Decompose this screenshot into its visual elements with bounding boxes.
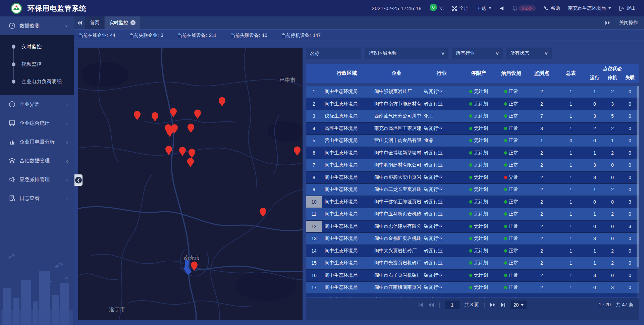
help-button[interactable]: 帮助 <box>544 5 560 11</box>
mute-button[interactable] <box>499 6 504 11</box>
cell-industry: 砖瓦行业 <box>421 89 462 95</box>
cell-monitor-points: 2 <box>527 150 556 156</box>
sidebar-group-basic-data[interactable]: 基础数据管理 ‹ <box>0 151 74 170</box>
cell-industry: 砖瓦行业 <box>421 260 462 266</box>
chevron-left-icon: ‹ <box>66 101 68 108</box>
map-pin[interactable] <box>294 147 301 156</box>
status-dot <box>469 163 472 167</box>
map-pin[interactable] <box>260 208 266 217</box>
first-page-button[interactable] <box>418 303 423 307</box>
map[interactable]: 巴中市南充市遂宁市 <box>78 48 303 320</box>
name-search-input[interactable] <box>306 48 361 59</box>
map-pin[interactable] <box>152 112 158 122</box>
map-pin[interactable] <box>189 149 195 158</box>
sidebar-group-log-view[interactable]: 日志查看 ‹ <box>0 189 74 208</box>
cell-production-limit: 无计划 <box>462 284 495 290</box>
table-scrollbar[interactable] <box>637 86 639 297</box>
table-row[interactable]: 1 阆中生态环境局 阆中强锐页岩砖厂 砖瓦行业 无计划 正常 2 1 1 2 0 <box>306 86 639 98</box>
status-dot <box>469 261 472 265</box>
page-number-input[interactable] <box>445 301 460 309</box>
theme-dropdown[interactable]: 主题 <box>477 5 491 11</box>
cell-company: 阆中市枣碧大梁山页岩 <box>372 174 421 180</box>
status-dot <box>469 90 472 93</box>
cell-region: 阆中生态环境局 <box>322 260 372 266</box>
sidebar-item-power-load-detail[interactable]: 企业电力负荷明细 <box>0 73 74 90</box>
map-pin[interactable] <box>194 110 201 119</box>
cell-monitor-points: 2 <box>527 162 556 168</box>
sidebar-group-power-analysis[interactable]: 企业用电量分析 ‹ <box>0 132 74 151</box>
skip-last-icon <box>500 303 506 307</box>
last-page-button[interactable] <box>500 303 506 307</box>
tab-bar: 首页 实时监控 × 关闭操作 <box>74 16 644 30</box>
map-panel-collapse-handle[interactable]: ❮ <box>74 174 83 186</box>
map-pin[interactable] <box>187 158 194 167</box>
sidebar-group-data-monitoring[interactable]: 数据监测 ∨ <box>0 16 74 35</box>
industry-select[interactable]: 所有行业 ∨ <box>452 48 503 59</box>
logout-button[interactable]: 退出 <box>619 5 636 11</box>
table-row[interactable]: 8 阆中生态环境局 阆中市枣碧大梁山页岩 砖瓦行业 无计划 异常 2 1 3 0… <box>306 172 639 184</box>
map-pin[interactable] <box>134 111 141 120</box>
table-row[interactable]: 3 仪陇生态环境局 西南油气田分公司川中 化工 无计划 正常 7 1 3 5 0 <box>306 110 639 123</box>
table-row[interactable]: 13 阆中生态环境局 阆中市金福旺页岩机砖 砖瓦行业 无计划 正常 2 1 3 … <box>306 233 639 245</box>
cell-production-limit: 无计划 <box>462 260 495 266</box>
tab-home[interactable]: 首页 <box>85 16 104 29</box>
page-size-select[interactable]: 20 <box>511 301 527 309</box>
cell-running: 3 <box>586 236 604 241</box>
status-dot <box>469 237 472 240</box>
table-row[interactable]: 18 南部生态环境局 南部县砿华水泥有限公 建材行业 无计划 正常 6 0 0 … <box>306 294 639 298</box>
table-row[interactable]: 4 高坪生态环境局 南充市高坪区王家店建 砖瓦行业 无计划 正常 3 1 2 2… <box>306 123 639 135</box>
fullscreen-button[interactable]: 全屏 <box>452 5 469 11</box>
status-dot <box>504 90 507 93</box>
sidebar-item-realtime-monitoring[interactable]: 实时监控 <box>0 38 74 55</box>
tabs-scroll-left-button[interactable] <box>74 16 85 29</box>
map-pin[interactable] <box>191 262 198 271</box>
table-row[interactable]: 10 阆中生态环境局 阆中千佛镇五郎垭页岩 砖瓦行业 无计划 正常 2 1 0 … <box>306 196 639 209</box>
table-row[interactable]: 16 阆中生态环境局 阆中市石子页岩机砖厂 砖瓦行业 无计划 正常 2 1 3 … <box>306 270 639 282</box>
prev-page-button[interactable] <box>428 303 434 307</box>
cell-total-meter: 1 <box>556 162 586 168</box>
tab-close-icon[interactable]: × <box>130 20 136 25</box>
cell-production-limit: 无计划 <box>462 174 495 180</box>
map-pin[interactable] <box>165 146 172 155</box>
sidebar-item-video-monitoring[interactable]: 视频监控 <box>0 55 74 73</box>
cell-running: 1 <box>586 260 604 266</box>
table-row[interactable]: 6 阆中生态环境局 阆中市金博瑞新型墙材 砖瓦行业 无计划 正常 2 1 1 2… <box>306 147 639 160</box>
status-dot <box>504 212 507 216</box>
map-city-label: 巴中市 <box>279 77 296 83</box>
table-row[interactable]: 17 阆中生态环境局 阆中市江南镇阆南页岩 砖瓦行业 无计划 正常 2 1 0 … <box>306 282 639 294</box>
double-chevron-right-icon[interactable] <box>605 20 610 25</box>
cell-running: 1 <box>586 150 604 156</box>
cell-total-meter: 1 <box>556 236 586 241</box>
sidebar-group-enterprise-statistics[interactable]: 企业综合统计 ‹ <box>0 114 74 132</box>
cell-company: 阆中市石子页岩机砖厂 <box>372 272 421 278</box>
tab-realtime-monitoring[interactable]: 实时监控 × <box>105 16 140 29</box>
sidebar-group-emergency-reduction[interactable]: 应急减排管理 ‹ <box>0 170 74 189</box>
speaker-icon <box>499 6 504 11</box>
table-row[interactable]: 5 营山生态环境局 营山县润丰肉食品有限 食品 无计划 正常 1 0 0 1 0 <box>306 135 639 147</box>
region-select[interactable]: 行政区域名称 ∨ <box>365 48 448 59</box>
table-row[interactable]: 12 阆中生态环境局 阆中市忠信建材有限公 砖瓦行业 无计划 正常 2 1 0 … <box>306 221 639 233</box>
table-row[interactable]: 15 阆中生态环境局 阆中市光富页岩机砖厂 砖瓦行业 无计划 正常 2 1 1 … <box>306 257 639 270</box>
status-dot <box>469 286 472 289</box>
close-operations-button[interactable]: 关闭操作 <box>619 20 638 26</box>
notifications[interactable]: 2632 <box>512 5 536 11</box>
stat-label: 当前在线企业: <box>78 33 108 39</box>
table-row[interactable]: 9 阆中生态环境局 阆中市二龙长宝页岩砖 砖瓦行业 无计划 正常 2 1 1 2… <box>306 184 639 196</box>
cell-lost: 0 <box>621 211 639 217</box>
map-pin[interactable] <box>179 147 186 156</box>
map-pin[interactable] <box>219 97 225 107</box>
sidebar-group-enterprise-abnormal[interactable]: 企业异常 ‹ <box>0 95 74 114</box>
status-dot <box>504 127 507 130</box>
status-dot <box>504 237 507 240</box>
table-row[interactable]: 11 阆中生态环境局 阆中市五马桥页岩机砖 砖瓦行业 无计划 正常 2 1 1 … <box>306 208 639 221</box>
table-row[interactable]: 7 阆中生态环境局 阆中明阳建材有限公司 砖瓦行业 无计划 正常 2 1 3 0… <box>306 159 639 172</box>
cell-industry: 食品 <box>421 138 462 144</box>
org-dropdown[interactable]: 南充市生态环境局 <box>568 5 611 11</box>
temperature: 0 ℃ <box>430 6 444 11</box>
scrollbar-thumb[interactable] <box>637 86 639 267</box>
next-page-button[interactable] <box>490 303 496 307</box>
map-pin[interactable] <box>187 124 194 133</box>
table-row[interactable]: 14 阆中生态环境局 阆中大兴页岩机砖厂 砖瓦行业 无计划 正常 2 1 1 2… <box>306 245 639 258</box>
status-select[interactable]: 所有状态 ∨ <box>506 48 552 59</box>
table-row[interactable]: 2 阆中生态环境局 阆中市南方节能建材有 砖瓦行业 无计划 正常 2 1 0 3… <box>306 98 639 111</box>
